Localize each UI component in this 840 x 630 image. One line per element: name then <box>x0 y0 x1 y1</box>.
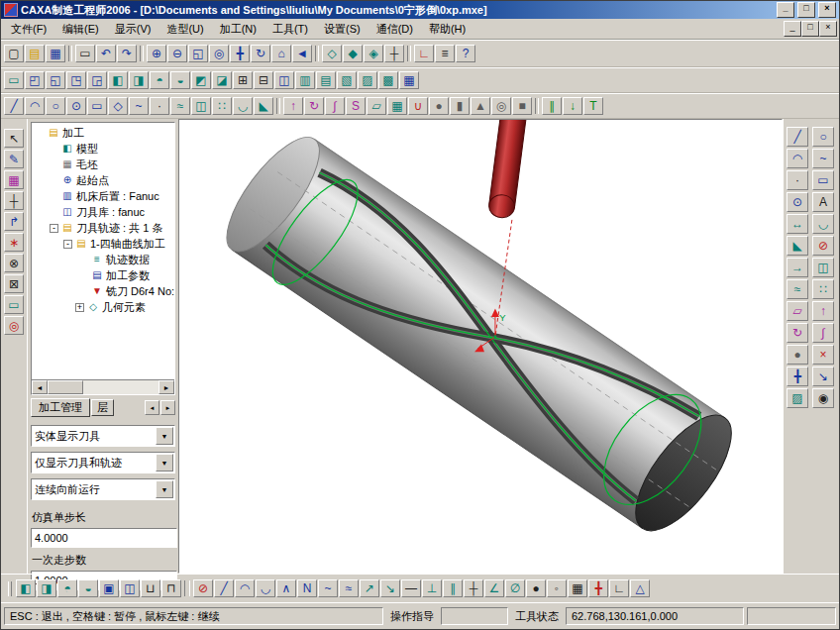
hatch-icon[interactable]: ▨ <box>787 388 808 408</box>
rectangle-icon[interactable]: ▭ <box>87 97 107 115</box>
view-frame-icon[interactable]: ▭ <box>4 71 24 89</box>
mesh-view-icon[interactable]: ▦ <box>399 71 419 89</box>
menu-machining[interactable]: 加工(N) <box>212 20 264 39</box>
mirror-curve-icon[interactable]: ◫ <box>812 258 834 277</box>
center-circle-icon[interactable]: ⊙ <box>66 97 86 115</box>
extrude-surface-icon[interactable]: ↑ <box>812 301 834 321</box>
view-front-icon[interactable]: ◱ <box>46 71 65 89</box>
extrude-icon[interactable]: ↑ <box>283 97 303 115</box>
close-button[interactable]: × <box>818 2 836 18</box>
erase-segment-icon[interactable]: ⊘ <box>193 579 213 597</box>
open-file-icon[interactable]: ▤ <box>25 45 45 62</box>
dome-feature-icon[interactable]: ◓ <box>57 579 77 597</box>
scale-icon[interactable]: ↘ <box>812 367 834 386</box>
prev-view-icon[interactable]: ◄ <box>292 45 312 62</box>
sphere-solid-icon[interactable]: ● <box>787 345 808 365</box>
cone-icon[interactable]: ▲ <box>471 97 490 115</box>
new-file-icon[interactable]: ▢ <box>4 45 24 62</box>
mdi-minimize-button[interactable]: _ <box>784 21 801 37</box>
tree-item-start-point[interactable]: ⊕ 起始点 <box>32 172 174 188</box>
move-icon[interactable]: ╋ <box>787 367 808 386</box>
direction-ne-icon[interactable]: ↗ <box>360 579 379 597</box>
wireframe-icon[interactable]: ◇ <box>322 45 342 62</box>
spline-icon[interactable]: ~ <box>129 97 149 115</box>
perpendicular-icon[interactable]: ⊥ <box>422 579 442 597</box>
pattern-view-icon[interactable]: ▩ <box>378 71 398 89</box>
menu-settings[interactable]: 设置(S) <box>316 20 368 39</box>
view-iso-icon[interactable]: ◲ <box>87 71 107 89</box>
curve-fit-icon[interactable]: ~ <box>318 579 338 597</box>
offset-curve-icon[interactable]: ≈ <box>787 279 808 299</box>
restore-button[interactable]: □ <box>797 2 815 18</box>
visibility-icon[interactable]: ◉ <box>812 388 834 408</box>
revolve-surface-icon[interactable]: ↻ <box>787 323 808 343</box>
tab-machining-manager[interactable]: 加工管理 <box>31 398 90 417</box>
plane-surface-icon[interactable]: ▱ <box>367 97 386 115</box>
direction-se-icon[interactable]: ↘ <box>380 579 400 597</box>
tree-item-blank[interactable]: ▦ 毛坯 <box>32 157 174 172</box>
mdi-restore-button[interactable]: □ <box>801 21 819 37</box>
note-icon[interactable]: ▭ <box>4 295 24 314</box>
mdi-close-button[interactable]: × <box>819 21 837 37</box>
run-mode-combo[interactable]: 连续向前运行 ▼ <box>31 478 175 500</box>
polyline-icon[interactable]: ∧ <box>276 579 296 597</box>
tool-display-combo[interactable]: 实体显示刀具 ▼ <box>31 425 175 447</box>
parallel-icon[interactable]: ∥ <box>542 97 562 115</box>
node-icon[interactable]: ● <box>526 579 546 597</box>
boss-feature-icon[interactable]: ◧ <box>16 579 36 597</box>
revolve-icon[interactable]: ↻ <box>304 97 324 115</box>
pocket-feature-icon[interactable]: ◨ <box>37 579 56 597</box>
light-top-icon[interactable]: ◓ <box>150 71 169 89</box>
sphere-icon[interactable]: ● <box>429 97 449 115</box>
fillet-icon[interactable]: ◡ <box>233 97 253 115</box>
tree-expander-icon[interactable]: - <box>63 240 72 249</box>
shade-display-icon[interactable]: ◨ <box>129 71 149 89</box>
field-input[interactable] <box>31 528 177 548</box>
tree-item-path-data[interactable]: ≡ 轨迹数据 <box>32 252 174 267</box>
diameter-icon[interactable]: ∅ <box>505 579 525 597</box>
menu-communication[interactable]: 通信(D) <box>368 20 421 39</box>
draw-circle-icon[interactable]: ○ <box>812 127 834 147</box>
undo-icon[interactable]: ↶ <box>96 45 116 62</box>
tree-item-model[interactable]: ◧ 模型 <box>32 141 174 157</box>
groove-feature-icon[interactable]: ◒ <box>78 579 98 597</box>
triangle-icon[interactable]: △ <box>630 579 650 597</box>
dropdown-arrow-icon[interactable]: ▼ <box>156 454 173 472</box>
erase-icon[interactable]: × <box>812 345 834 365</box>
scroll-right-icon[interactable]: ► <box>158 380 174 394</box>
chamfer-icon[interactable]: ◣ <box>254 97 273 115</box>
text-icon[interactable]: A <box>812 192 834 212</box>
menu-modeling[interactable]: 造型(U) <box>158 20 211 39</box>
loft-icon[interactable]: S <box>346 97 366 115</box>
arc-icon[interactable]: ◠ <box>25 97 45 115</box>
tree-item-machining-params[interactable]: ▤ 加工参数 <box>32 267 174 283</box>
tree-item-tool-library[interactable]: ◫ 刀具库 : fanuc <box>32 204 174 220</box>
print-icon[interactable]: ▭ <box>75 45 95 62</box>
zoom-window-icon[interactable]: ◱ <box>188 45 208 62</box>
pan-icon[interactable]: ╋ <box>230 45 250 62</box>
draw-arc-icon[interactable]: ◠ <box>787 149 808 168</box>
angle-icon[interactable]: ∠ <box>484 579 504 597</box>
tree-expander-icon[interactable]: + <box>75 303 84 312</box>
axis-cross-icon[interactable]: ┼ <box>4 191 24 210</box>
mesh-surface-icon[interactable]: ▦ <box>387 97 407 115</box>
rotate-view-icon[interactable]: ↻ <box>251 45 270 62</box>
draw-point-icon[interactable]: · <box>787 170 808 190</box>
split-view-icon[interactable]: ◫ <box>274 71 294 89</box>
sweep-icon[interactable]: ∫ <box>325 97 345 115</box>
wave-line-icon[interactable]: ≈ <box>339 579 359 597</box>
segment-icon[interactable]: — <box>401 579 421 597</box>
tree-item-machining[interactable]: ▤ 加工 <box>32 125 174 141</box>
layers-icon[interactable]: ≡ <box>435 45 455 62</box>
polygon-icon[interactable]: ◇ <box>108 97 128 115</box>
cylinder-icon[interactable]: ▮ <box>450 97 470 115</box>
hatch-view-icon[interactable]: ▥ <box>295 71 315 89</box>
offset-icon[interactable]: ≈ <box>170 97 190 115</box>
path-display-combo[interactable]: 仅显示刀具和轨迹 ▼ <box>31 452 175 473</box>
block-icon[interactable]: ■ <box>512 97 532 115</box>
corner-display-icon[interactable]: ◩ <box>191 71 211 89</box>
3d-viewport[interactable]: Y <box>178 119 783 574</box>
menu-file[interactable]: 文件(F) <box>3 20 54 39</box>
tree-expander-icon[interactable]: - <box>50 224 58 233</box>
local-coord-icon[interactable]: ∟ <box>414 45 434 62</box>
